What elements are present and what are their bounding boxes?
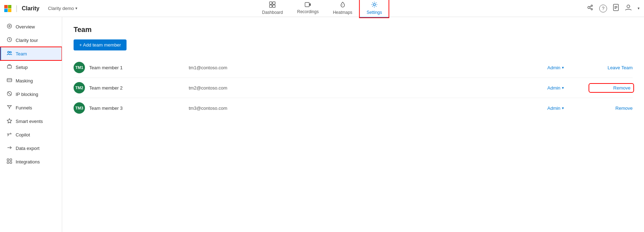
team-list: TM1 Team member 1 tm1@contoso.com Admin …	[74, 58, 633, 118]
sidebar: Overview Clarity tour Team	[0, 17, 62, 232]
main-layout: Overview Clarity tour Team	[0, 17, 644, 232]
svg-rect-34	[7, 159, 9, 161]
sidebar-item-setup[interactable]: Setup	[0, 60, 62, 74]
role-chevron-icon-tm2: ▾	[562, 86, 564, 90]
sidebar-item-clarity-tour[interactable]: Clarity tour	[0, 33, 62, 47]
sidebar-item-ip-blocking[interactable]: IP blocking	[0, 87, 62, 101]
nav-item-recordings[interactable]: Recordings	[290, 0, 326, 17]
avatar-tm3: TM3	[74, 102, 85, 114]
overview-icon	[7, 23, 12, 30]
svg-point-10	[373, 4, 375, 6]
member-action-tm1[interactable]: Leave Team	[590, 65, 633, 70]
nav-item-dashboard[interactable]: Dashboard	[255, 0, 290, 18]
sidebar-item-data-export[interactable]: Data export	[0, 141, 62, 155]
sidebar-item-smart-events[interactable]: Smart events	[0, 114, 62, 128]
svg-point-24	[8, 52, 10, 53]
brand: | Clarity	[4, 4, 39, 12]
member-action-tm2[interactable]: Remove	[590, 85, 633, 91]
integrations-icon	[7, 158, 12, 165]
member-name-tm2: Team member 2	[89, 85, 189, 91]
page-title: Team	[74, 26, 633, 34]
sidebar-label-masking: Masking	[16, 78, 33, 83]
svg-marker-32	[7, 119, 12, 123]
document-icon[interactable]	[613, 4, 619, 13]
add-team-member-button[interactable]: + Add team member	[74, 39, 127, 50]
member-role-label-tm1: Admin	[547, 65, 560, 70]
member-role-tm2[interactable]: Admin ▾	[547, 85, 590, 91]
role-chevron-icon-tm1: ▾	[562, 65, 564, 70]
svg-rect-37	[10, 162, 12, 163]
member-action-tm3[interactable]: Remove	[590, 106, 633, 111]
sidebar-label-copilot: Copilot	[16, 132, 30, 137]
svg-rect-26	[7, 65, 11, 68]
data-export-icon	[7, 145, 12, 151]
account-icon[interactable]	[625, 4, 632, 13]
topbar-right: ? ▾	[586, 4, 640, 13]
team-icon	[7, 50, 12, 57]
topbar: | Clarity Clarity demo ▾ Dashboard	[0, 0, 644, 17]
member-role-label-tm2: Admin	[547, 85, 560, 91]
svg-point-12	[591, 5, 592, 6]
svg-point-13	[591, 9, 592, 10]
svg-point-25	[10, 52, 11, 53]
app-name: Clarity	[22, 5, 39, 12]
nav-label-dashboard: Dashboard	[262, 10, 283, 15]
heatmaps-icon	[339, 1, 346, 9]
sidebar-item-masking[interactable]: Masking	[0, 74, 62, 87]
member-name-tm1: Team member 1	[89, 65, 189, 70]
svg-rect-35	[10, 159, 12, 161]
sidebar-item-overview[interactable]: Overview	[0, 20, 62, 33]
member-role-label-tm3: Admin	[547, 106, 560, 111]
svg-rect-5	[273, 2, 275, 4]
copilot-icon	[7, 131, 12, 138]
member-email-tm1: tm1@contoso.com	[189, 65, 547, 70]
svg-point-22	[9, 26, 10, 27]
svg-line-15	[590, 8, 591, 9]
svg-point-20	[627, 5, 630, 8]
sidebar-item-team[interactable]: Team	[0, 47, 62, 60]
sidebar-item-integrations[interactable]: Integrations	[0, 155, 62, 168]
sidebar-label-ip-blocking: IP blocking	[16, 92, 38, 97]
svg-line-14	[590, 6, 591, 7]
main-content: Team + Add team member TM1 Team member 1…	[62, 17, 644, 232]
chevron-down-icon: ▾	[75, 6, 77, 11]
sidebar-item-copilot[interactable]: Copilot	[0, 128, 62, 141]
recordings-icon	[305, 2, 311, 9]
svg-point-21	[7, 24, 12, 28]
sidebar-label-funnels: Funnels	[16, 105, 32, 110]
sidebar-label-team: Team	[16, 51, 27, 56]
account-chevron-icon[interactable]: ▾	[638, 6, 640, 11]
member-role-tm3[interactable]: Admin ▾	[547, 106, 590, 111]
svg-rect-1	[8, 5, 11, 9]
nav-label-heatmaps: Heatmaps	[333, 10, 353, 15]
sidebar-label-data-export: Data export	[16, 146, 39, 151]
svg-rect-4	[270, 2, 272, 4]
member-role-tm1[interactable]: Admin ▾	[547, 65, 590, 70]
project-name: Clarity demo	[48, 6, 74, 11]
svg-point-11	[588, 6, 590, 9]
help-icon[interactable]: ?	[599, 5, 607, 12]
nav-label-recordings: Recordings	[297, 9, 319, 14]
sidebar-label-smart-events: Smart events	[16, 119, 43, 124]
svg-rect-3	[8, 9, 11, 12]
ms-logo	[4, 5, 11, 12]
svg-rect-36	[7, 162, 9, 163]
project-selector[interactable]: Clarity demo ▾	[48, 6, 77, 11]
table-row: TM2 Team member 2 tm2@contoso.com Admin …	[74, 78, 633, 98]
nav-label-settings: Settings	[366, 10, 382, 15]
table-row: TM1 Team member 1 tm1@contoso.com Admin …	[74, 58, 633, 78]
dashboard-icon	[269, 1, 276, 9]
ip-blocking-icon	[7, 91, 12, 97]
nav-item-heatmaps[interactable]: Heatmaps	[326, 0, 360, 18]
sidebar-label-setup: Setup	[16, 65, 28, 70]
funnels-icon	[7, 104, 12, 111]
smart-events-icon	[7, 118, 12, 124]
avatar-tm1: TM1	[74, 62, 85, 73]
sidebar-label-clarity-tour: Clarity tour	[16, 38, 38, 43]
sidebar-item-funnels[interactable]: Funnels	[0, 101, 62, 114]
nav-item-settings[interactable]: Settings	[359, 0, 389, 18]
role-chevron-icon-tm3: ▾	[562, 106, 564, 110]
share-icon[interactable]	[586, 4, 594, 13]
sidebar-label-integrations: Integrations	[16, 159, 40, 164]
member-name-tm3: Team member 3	[89, 106, 189, 111]
